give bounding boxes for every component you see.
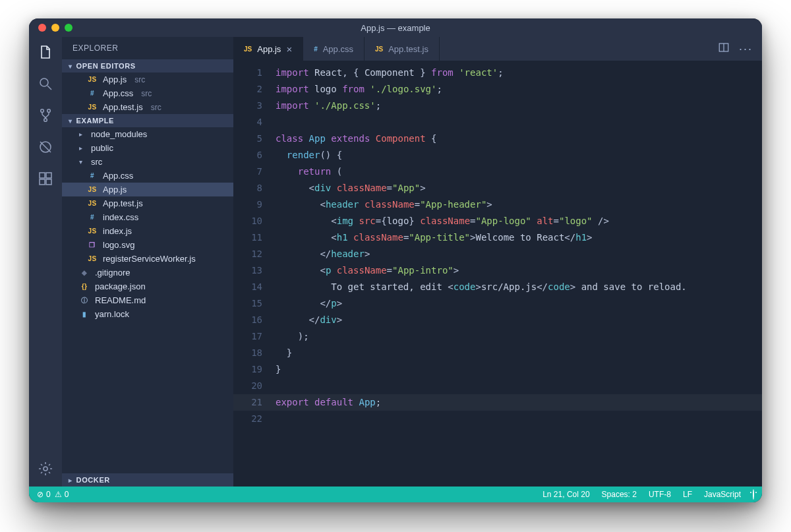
chevron-down-icon	[69, 62, 73, 70]
file-name: App.test.js	[103, 198, 143, 208]
status-indent[interactable]: Spaces: 2	[602, 490, 637, 499]
titlebar[interactable]: App.js — example	[29, 18, 762, 37]
code-line[interactable]	[276, 378, 762, 394]
editor-window: App.js — example EXPLOR	[29, 18, 762, 502]
feedback-smile-icon[interactable]	[753, 490, 754, 499]
folder-row[interactable]: ▸public	[62, 141, 233, 155]
svg-point-0	[40, 78, 48, 86]
status-cursor[interactable]: Ln 21, Col 20	[542, 490, 589, 499]
svg-rect-7	[40, 179, 45, 185]
status-warnings[interactable]: ⚠ 0	[55, 490, 69, 499]
file-type-icon: ❐	[87, 241, 98, 249]
file-type-icon: JS	[375, 45, 383, 53]
code-line[interactable]: }	[276, 361, 762, 378]
file-type-icon: #	[87, 90, 98, 97]
chevron-down-icon: ▾	[79, 158, 86, 165]
folder-row[interactable]: ▸node_modules	[62, 127, 233, 141]
file-name: App.css	[103, 171, 133, 181]
code-line[interactable]	[276, 411, 762, 427]
line-number-gutter: 12345678910111213141516171819202122	[233, 61, 270, 487]
file-type-icon: JS	[87, 76, 98, 83]
settings-gear-icon[interactable]	[37, 460, 54, 477]
status-eol[interactable]: LF	[683, 490, 692, 499]
more-actions-icon[interactable]: ···	[739, 42, 753, 56]
project-header[interactable]: EXAMPLE	[62, 114, 233, 127]
file-row[interactable]: JSApp.test.js	[62, 196, 233, 210]
chevron-right-icon: ▸	[79, 144, 86, 152]
sidebar: EXPLORER OPEN EDITORS JSApp.jssrc#App.cs…	[62, 37, 233, 487]
code-line[interactable]: <div className="App">	[276, 180, 762, 196]
source-control-activity-icon[interactable]	[37, 107, 54, 124]
split-editor-icon[interactable]	[718, 42, 730, 56]
code-line[interactable]: import './App.css';	[276, 98, 762, 114]
code-line[interactable]: import React, { Component } from 'react'…	[276, 65, 762, 81]
open-editors-list: JSApp.jssrc#App.csssrcJSApp.test.jssrc	[62, 73, 233, 114]
file-row[interactable]: JSregisterServiceWorker.js	[62, 252, 233, 266]
code-line[interactable]: render() {	[276, 147, 762, 163]
file-row[interactable]: #App.css	[62, 169, 233, 183]
file-row[interactable]: ◆.gitignore	[62, 266, 233, 280]
open-editor-dir: src	[134, 75, 145, 84]
editor-tab[interactable]: JSApp.test.js	[365, 37, 440, 61]
chevron-right-icon	[69, 476, 73, 484]
code-line[interactable]: import logo from './logo.svg';	[276, 81, 762, 98]
code-line[interactable]: </p>	[276, 295, 762, 312]
code-line[interactable]: </div>	[276, 312, 762, 328]
open-editors-header[interactable]: OPEN EDITORS	[62, 59, 233, 73]
open-editor-item[interactable]: #App.csssrc	[62, 86, 233, 100]
code-line[interactable]: );	[276, 328, 762, 345]
open-editor-dir: src	[151, 103, 161, 112]
project-label: EXAMPLE	[76, 117, 114, 125]
code-line[interactable]: <p className="App-intro">	[276, 262, 762, 279]
docker-label: DOCKER	[76, 476, 110, 484]
code-editor[interactable]: 12345678910111213141516171819202122 impo…	[233, 61, 762, 487]
code-content[interactable]: import React, { Component } from 'react'…	[270, 61, 762, 487]
search-activity-icon[interactable]	[37, 75, 54, 92]
code-line[interactable]: class App extends Component {	[276, 131, 762, 147]
extensions-activity-icon[interactable]	[37, 170, 54, 187]
code-line[interactable]	[276, 114, 762, 131]
file-row[interactable]: ▮yarn.lock	[62, 307, 233, 321]
code-line[interactable]: <img src={logo} className="App-logo" alt…	[276, 213, 762, 229]
sidebar-title: EXPLORER	[62, 37, 233, 59]
code-line[interactable]: <h1 className="App-title">Welcome to Rea…	[276, 229, 762, 246]
code-line[interactable]: }	[276, 345, 762, 361]
file-type-icon: ◆	[79, 269, 90, 276]
folder-name: src	[91, 157, 102, 167]
editor-tab[interactable]: JSApp.js×	[233, 37, 303, 61]
file-name: yarn.lock	[95, 309, 129, 319]
file-name: package.json	[95, 281, 146, 291]
file-name: .gitignore	[95, 268, 130, 278]
file-row[interactable]: #index.css	[62, 210, 233, 224]
docker-header[interactable]: DOCKER	[62, 473, 233, 487]
status-encoding[interactable]: UTF-8	[649, 490, 671, 499]
status-language[interactable]: JavaScript	[704, 490, 741, 499]
file-type-icon: JS	[87, 186, 98, 193]
file-row[interactable]: JSApp.js	[62, 183, 233, 196]
explorer-activity-icon[interactable]	[37, 44, 54, 61]
code-line[interactable]: </header>	[276, 246, 762, 262]
debug-activity-icon[interactable]	[37, 138, 54, 156]
code-line[interactable]: To get started, edit <code>src/App.js</c…	[276, 279, 762, 295]
svg-point-9	[44, 467, 47, 471]
close-tab-icon[interactable]: ×	[286, 44, 292, 54]
code-line[interactable]: <header className="App-header">	[276, 196, 762, 213]
svg-point-2	[47, 109, 51, 113]
file-type-icon: #	[87, 214, 98, 221]
file-row[interactable]: {}package.json	[62, 280, 233, 293]
editor-tab[interactable]: #App.css	[303, 37, 365, 61]
activity-bar	[29, 37, 62, 487]
code-line[interactable]: return (	[276, 163, 762, 180]
open-editors-label: OPEN EDITORS	[76, 62, 136, 70]
open-editor-filename: App.css	[103, 88, 133, 98]
folder-row[interactable]: ▾src	[62, 155, 233, 169]
file-row[interactable]: JSindex.js	[62, 224, 233, 238]
open-editor-item[interactable]: JSApp.jssrc	[62, 73, 233, 86]
file-row[interactable]: ❐logo.svg	[62, 238, 233, 252]
error-icon: ⊘	[37, 490, 44, 499]
file-row[interactable]: ⓘREADME.md	[62, 293, 233, 307]
open-editor-item[interactable]: JSApp.test.jssrc	[62, 100, 233, 114]
status-errors[interactable]: ⊘ 0	[37, 490, 51, 499]
tab-label: App.css	[323, 44, 353, 54]
current-line-highlight	[233, 394, 762, 411]
